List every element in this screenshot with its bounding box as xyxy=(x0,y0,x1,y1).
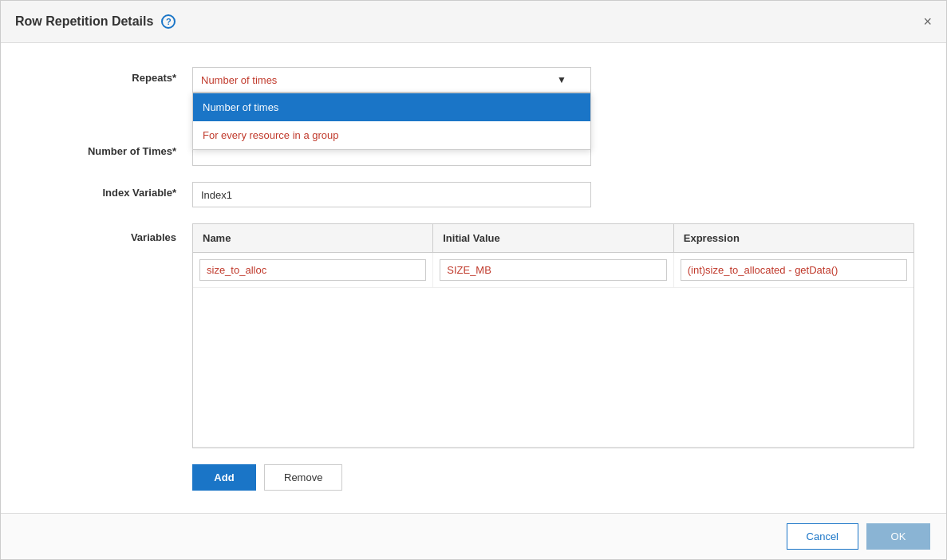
table-cell-name xyxy=(193,253,433,288)
repeats-select-wrapper: Number of times ▼ Number of times For ev… xyxy=(192,67,591,93)
table-cell-expression xyxy=(673,253,913,288)
close-icon[interactable]: × xyxy=(923,14,932,29)
repeats-label: Repeats* xyxy=(33,67,192,84)
variables-label: Variables xyxy=(33,223,192,243)
index-variable-input[interactable] xyxy=(192,182,591,207)
index-variable-control xyxy=(192,182,914,207)
number-of-times-label: Number of Times* xyxy=(33,140,192,157)
repeats-selected-value: Number of times xyxy=(201,74,277,86)
help-icon[interactable]: ? xyxy=(161,14,176,29)
dropdown-option-0[interactable]: Number of times xyxy=(193,93,590,121)
variables-table-body xyxy=(193,253,913,448)
repeats-row: Repeats* Number of times ▼ Number of tim… xyxy=(33,67,914,93)
variable-expression-input[interactable] xyxy=(681,259,907,281)
col-header-expression: Expression xyxy=(673,224,913,253)
variables-table-head: Name Initial Value Expression xyxy=(193,224,913,253)
index-variable-row: Index Variable* xyxy=(33,182,914,207)
repeats-select[interactable]: Number of times ▼ xyxy=(192,67,591,93)
variables-header-row: Name Initial Value Expression xyxy=(193,224,913,253)
variables-table-wrapper: Name Initial Value Expression xyxy=(192,223,914,448)
dropdown-option-1[interactable]: For every resource in a group xyxy=(193,121,590,149)
variables-section: Variables Name Initial Value Expression xyxy=(33,223,914,448)
add-button[interactable]: Add xyxy=(192,464,256,491)
index-variable-label: Index Variable* xyxy=(33,182,192,199)
variables-table: Name Initial Value Expression xyxy=(193,224,913,448)
repeats-dropdown-menu: Number of times For every resource in a … xyxy=(192,93,591,150)
dialog-footer: Cancel OK xyxy=(1,513,946,559)
table-empty-area xyxy=(193,288,913,448)
table-cell-initial-value xyxy=(433,253,673,288)
dropdown-arrow-icon: ▼ xyxy=(557,74,566,85)
col-header-name: Name xyxy=(193,224,433,253)
dialog-body: Repeats* Number of times ▼ Number of tim… xyxy=(1,43,946,513)
add-remove-buttons: Add Remove xyxy=(192,464,914,491)
repeats-control: Number of times ▼ Number of times For ev… xyxy=(192,67,914,93)
cancel-button[interactable]: Cancel xyxy=(787,523,858,550)
row-repetition-dialog: Row Repetition Details ? × Repeats* Numb… xyxy=(0,0,947,560)
variable-initial-value-input[interactable] xyxy=(440,259,666,281)
title-area: Row Repetition Details ? xyxy=(15,14,176,29)
ok-button[interactable]: OK xyxy=(866,523,930,550)
dialog-title: Row Repetition Details xyxy=(15,14,153,29)
dialog-header: Row Repetition Details ? × xyxy=(1,1,946,43)
col-header-initial-value: Initial Value xyxy=(433,224,673,253)
remove-button[interactable]: Remove xyxy=(264,464,342,491)
variable-name-input[interactable] xyxy=(199,259,426,281)
table-row xyxy=(193,253,913,288)
